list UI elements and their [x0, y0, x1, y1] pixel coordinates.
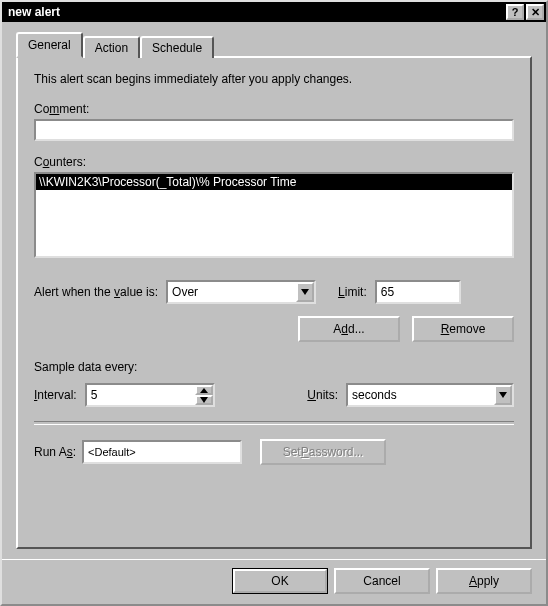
comment-label: Comment:	[34, 102, 514, 116]
help-button[interactable]: ?	[506, 4, 524, 20]
add-button[interactable]: Add...	[298, 316, 400, 342]
close-icon: ✕	[531, 7, 540, 18]
spin-up-button[interactable]	[195, 385, 213, 395]
tab-general[interactable]: General	[16, 32, 83, 58]
alert-when-row: Alert when the value is: Over Limit:	[34, 280, 514, 304]
spinner-buttons	[195, 385, 213, 405]
alert-when-label: Alert when the value is:	[34, 285, 158, 299]
title-bar: new alert ? ✕	[2, 2, 546, 22]
interval-spinner[interactable]: 5	[85, 383, 215, 407]
add-remove-row: Add... Remove	[34, 316, 514, 342]
counters-label: Counters:	[34, 155, 514, 169]
runas-row: Run As: Set Password...	[34, 439, 514, 465]
units-label: Units:	[307, 388, 338, 402]
dropdown-button[interactable]	[296, 282, 314, 302]
dialog-footer: OK Cancel Apply	[2, 559, 546, 604]
counters-listbox[interactable]: \\KWIN2K3\Processor(_Total)\% Processor …	[34, 172, 514, 258]
ok-button[interactable]: OK	[232, 568, 328, 594]
sample-heading: Sample data every:	[34, 360, 514, 374]
counter-item[interactable]: \\KWIN2K3\Processor(_Total)\% Processor …	[36, 174, 512, 190]
close-button[interactable]: ✕	[526, 4, 544, 20]
svg-marker-0	[301, 289, 309, 295]
spin-down-button[interactable]	[195, 395, 213, 405]
dropdown-button[interactable]	[494, 385, 512, 405]
tab-action[interactable]: Action	[83, 36, 140, 58]
tab-strip: General Action Schedule	[16, 32, 532, 58]
limit-input[interactable]	[375, 280, 461, 304]
remove-button[interactable]: Remove	[412, 316, 514, 342]
svg-marker-2	[200, 397, 208, 403]
set-password-button[interactable]: Set Password...	[260, 439, 386, 465]
sample-row: Interval: 5 Units: seconds	[34, 383, 514, 407]
alert-properties-window: new alert ? ✕ General Action Schedule Th…	[0, 0, 548, 606]
chevron-up-icon	[200, 388, 208, 393]
units-value: seconds	[348, 388, 494, 402]
interval-label: Interval:	[34, 388, 77, 402]
chevron-down-icon	[301, 289, 309, 295]
svg-marker-1	[200, 388, 208, 393]
condition-value: Over	[168, 285, 296, 299]
runas-label: Run As:	[34, 445, 76, 459]
units-select[interactable]: seconds	[346, 383, 514, 407]
chevron-down-icon	[499, 392, 507, 398]
cancel-button[interactable]: Cancel	[334, 568, 430, 594]
comment-input[interactable]	[34, 119, 514, 141]
runas-input[interactable]	[82, 440, 242, 464]
svg-marker-3	[499, 392, 507, 398]
condition-select[interactable]: Over	[166, 280, 316, 304]
separator	[34, 421, 514, 425]
tab-schedule[interactable]: Schedule	[140, 36, 214, 58]
limit-label: Limit:	[338, 285, 367, 299]
general-panel: This alert scan begins immediately after…	[16, 56, 532, 549]
window-title: new alert	[4, 5, 504, 19]
intro-text: This alert scan begins immediately after…	[34, 72, 514, 86]
apply-button[interactable]: Apply	[436, 568, 532, 594]
chevron-down-icon	[200, 397, 208, 403]
interval-value: 5	[87, 385, 195, 405]
client-area: General Action Schedule This alert scan …	[2, 22, 546, 559]
